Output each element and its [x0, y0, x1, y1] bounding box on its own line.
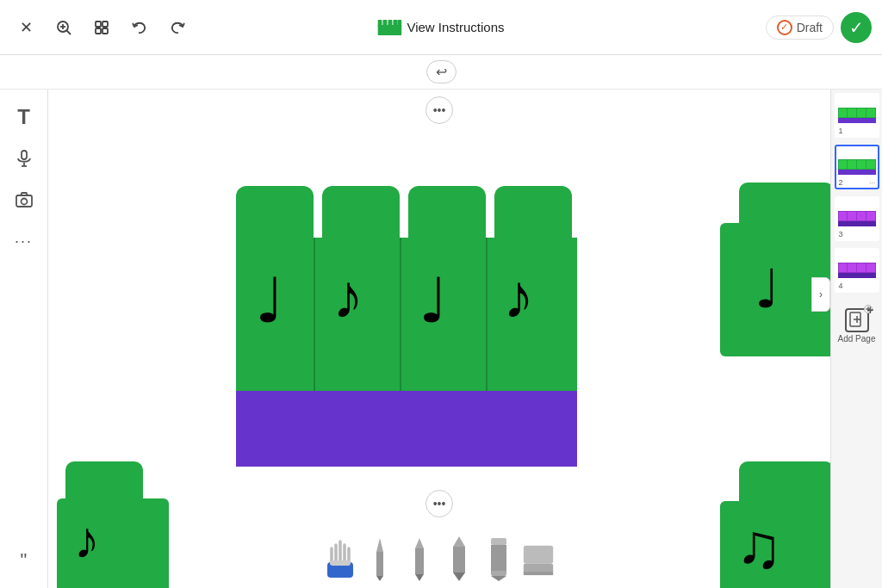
- divider-2: [400, 238, 401, 391]
- view-instructions-button[interactable]: View Instructions: [370, 16, 511, 39]
- svg-rect-32: [491, 571, 506, 576]
- svg-rect-7: [102, 28, 108, 34]
- page-2-num: 2: [839, 178, 843, 187]
- page-thumb-4[interactable]: 4: [835, 248, 879, 293]
- camera-icon: [15, 190, 34, 209]
- main-area: T ··· " •••: [0, 90, 882, 588]
- text-tool-button[interactable]: T: [7, 100, 41, 134]
- svg-rect-4: [96, 22, 101, 27]
- music-note-1: ♩: [255, 270, 284, 332]
- add-page-icon: [845, 308, 869, 332]
- page-3-num: 3: [839, 230, 843, 238]
- svg-rect-34: [524, 546, 553, 564]
- more-tools-button[interactable]: ···: [7, 224, 41, 258]
- svg-rect-30: [491, 538, 506, 545]
- music-note-2: ♪: [332, 266, 363, 328]
- toolbar-left: ✕: [10, 12, 193, 43]
- done-button[interactable]: ✓: [841, 12, 872, 43]
- svg-rect-31: [491, 545, 506, 573]
- close-button[interactable]: ✕: [10, 12, 41, 43]
- left-sidebar: T ··· ": [0, 90, 48, 588]
- svg-rect-28: [453, 547, 465, 573]
- hand-icon-wrap: [322, 535, 358, 581]
- eraser-icon-wrap: [520, 535, 556, 581]
- page-2-more-icon[interactable]: ···: [869, 178, 876, 187]
- purple-base: [236, 391, 577, 467]
- mic-tool-button[interactable]: [7, 141, 41, 176]
- canvas-content: ••• ♩ ♪ ♩ ♪ ♩: [48, 90, 830, 588]
- pencil-sm-icon-wrap: [362, 535, 398, 581]
- page-thumb-1[interactable]: 1: [835, 93, 879, 138]
- svg-rect-36: [524, 572, 553, 575]
- eraser-icon: [520, 536, 556, 581]
- marker-icon: [482, 536, 515, 581]
- svg-rect-14: [22, 151, 27, 159]
- divider-1: [314, 238, 315, 391]
- instructions-icon: [377, 20, 401, 35]
- page-4-num: 4: [839, 282, 843, 290]
- page-thumb-2[interactable]: 2 ···: [835, 145, 879, 189]
- undo-button[interactable]: [124, 12, 155, 43]
- toolbar-center: View Instructions: [370, 16, 511, 39]
- svg-rect-20: [330, 560, 351, 566]
- svg-rect-11: [388, 20, 392, 27]
- svg-rect-13: [397, 20, 401, 27]
- top-right-note: ♩: [755, 257, 780, 320]
- hand-icon: [324, 536, 357, 581]
- svg-point-40: [864, 306, 872, 313]
- pencil-lg-icon-wrap: [441, 535, 477, 581]
- redo-button[interactable]: [162, 12, 193, 43]
- svg-marker-23: [376, 576, 383, 581]
- eraser-tool-item[interactable]: [520, 535, 556, 581]
- toolbar-right: ✓ Draft ✓: [766, 12, 872, 43]
- sidebar-toggle-button[interactable]: ›: [811, 277, 830, 312]
- quote-tool-button[interactable]: ": [7, 543, 41, 578]
- svg-rect-9: [377, 20, 382, 27]
- svg-rect-6: [96, 28, 101, 34]
- ellipsis-bottom-button[interactable]: •••: [425, 490, 453, 517]
- svg-rect-12: [393, 20, 397, 27]
- svg-point-18: [21, 199, 27, 205]
- mic-icon: [15, 149, 34, 168]
- svg-rect-25: [415, 548, 424, 574]
- text-icon: T: [17, 105, 30, 129]
- fullscreen-button[interactable]: [86, 12, 117, 43]
- breadcrumb-icon: ↩: [436, 64, 447, 80]
- music-note-3: ♩: [419, 270, 448, 332]
- hand-tool-item[interactable]: [322, 535, 358, 581]
- music-note-4: ♪: [503, 266, 534, 328]
- quote-icon: ": [21, 549, 28, 572]
- canvas-area[interactable]: ••• ♩ ♪ ♩ ♪ ♩: [48, 90, 830, 588]
- marker-icon-wrap: [481, 535, 517, 581]
- marker-tool-item[interactable]: [481, 535, 517, 581]
- svg-line-1: [67, 30, 71, 34]
- divider-3: [486, 238, 488, 391]
- camera-tool-button[interactable]: [7, 183, 41, 217]
- svg-marker-33: [491, 576, 506, 581]
- page-thumb-3[interactable]: 3: [835, 196, 879, 241]
- draft-status[interactable]: ✓ Draft: [766, 15, 834, 40]
- pencil-lg-tool-item[interactable]: [441, 535, 477, 581]
- right-sidebar: 1 2 ··· 3 4: [830, 90, 882, 588]
- add-page-label: Add Page: [838, 334, 876, 344]
- add-page-button[interactable]: Add Page: [833, 303, 881, 349]
- pencil-sm-icon: [368, 536, 392, 581]
- draft-check-icon: ✓: [777, 20, 792, 35]
- pencil-md-tool-item[interactable]: [401, 535, 438, 581]
- pencil-sm-tool-item[interactable]: [362, 535, 398, 581]
- ellipsis-top-button[interactable]: •••: [425, 96, 453, 124]
- svg-rect-22: [376, 552, 383, 576]
- breadcrumb[interactable]: ↩: [426, 60, 457, 84]
- more-icon: ···: [15, 232, 33, 251]
- breadcrumb-bar: ↩: [0, 55, 882, 90]
- svg-marker-26: [415, 574, 424, 581]
- svg-marker-29: [453, 573, 465, 581]
- page-1-num: 1: [839, 127, 843, 135]
- toolbar: ✕: [0, 0, 882, 55]
- bottom-tools: •••: [48, 526, 830, 588]
- svg-rect-10: [382, 20, 387, 27]
- pencil-md-icon: [405, 536, 434, 581]
- pencil-md-icon-wrap: [401, 535, 438, 581]
- zoom-in-button[interactable]: [48, 12, 79, 43]
- svg-rect-5: [102, 22, 108, 27]
